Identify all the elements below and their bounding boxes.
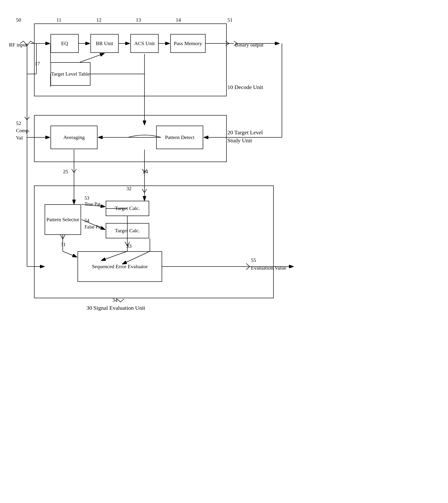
seq-error-eval-block: Sequenced Error Evaluator xyxy=(78,251,162,282)
target-level-study-label: 20 Target LevelStudy Unit xyxy=(227,129,263,144)
ref-54: 54 xyxy=(85,218,89,223)
decode-unit-label: 10 Decode Unit xyxy=(227,84,263,90)
ref-13: 13 xyxy=(136,17,141,23)
eval-value-label: Evaluation Value xyxy=(251,265,286,271)
ref-33: 33 xyxy=(126,243,131,249)
diagram: EQ BR Unit ACS Unit Pass Memory Target L… xyxy=(0,0,448,503)
ref-24: 24 xyxy=(143,169,148,175)
binary-output-label: Binary output xyxy=(235,42,264,48)
ref-51: 51 xyxy=(227,17,233,23)
pass-memory-block: Pass Memory xyxy=(170,34,206,53)
pattern-selector-block: Pattern Selector xyxy=(45,204,81,235)
br-unit-block: BR Unit xyxy=(90,34,119,53)
ref-31: 31 xyxy=(61,241,66,248)
false-pat-label: False Pat. xyxy=(85,224,103,230)
target-level-table-block: Target Level Table xyxy=(50,62,90,86)
ref-53: 53 xyxy=(85,195,89,201)
eq-block: EQ xyxy=(50,34,79,53)
ref-50: 50 xyxy=(16,17,21,23)
ref-17: 17 xyxy=(35,61,40,67)
ref-32: 32 xyxy=(126,186,131,192)
ref-55: 55 xyxy=(251,257,256,263)
rf-input-label: RF input xyxy=(9,42,27,48)
target-calc-true-block: Target Calc. xyxy=(106,201,149,216)
signal-eval-label: 30 Signal Evaluation Unit xyxy=(86,305,145,311)
ref-11: 11 xyxy=(56,17,61,23)
acs-unit-block: ACS Unit xyxy=(130,34,159,53)
target-calc-false-block: Target Calc. xyxy=(106,223,149,238)
pattern-detect-block: Pattern Detect xyxy=(156,126,203,149)
ref-25: 25 xyxy=(63,169,68,175)
ref-14: 14 xyxy=(176,17,181,23)
true-pat-label: True Pat. xyxy=(85,202,102,207)
averaging-block: Averaging xyxy=(50,126,97,149)
ref-12: 12 xyxy=(96,17,101,23)
ref-34: 34 xyxy=(112,297,117,303)
comp-val-label: 52Comp.Val xyxy=(16,120,30,141)
